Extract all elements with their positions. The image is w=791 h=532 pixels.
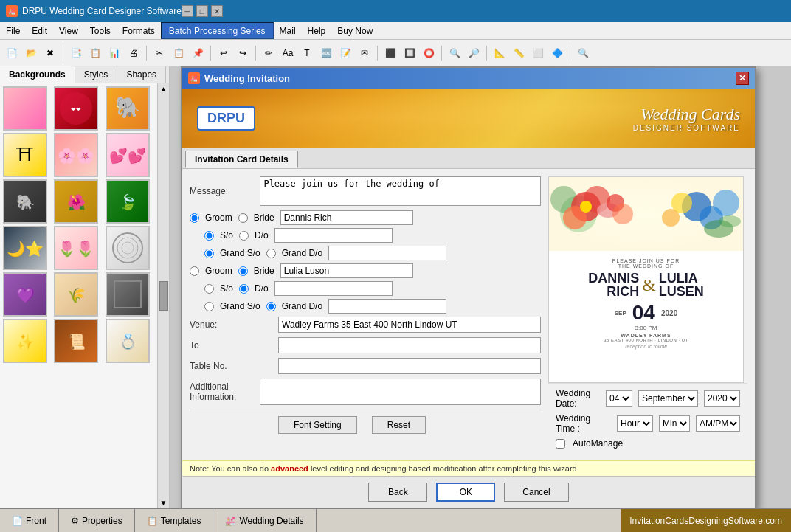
thumbnail-11[interactable]: 🌷🌷	[54, 226, 98, 270]
toolbar-btn-6[interactable]: 📋	[170, 44, 187, 62]
ok-button[interactable]: OK	[436, 483, 495, 502]
menu-file[interactable]: File	[0, 22, 26, 39]
toolbar-btn-22[interactable]: 📏	[510, 44, 528, 62]
thumbnail-5[interactable]: 🌸🌸	[54, 133, 98, 177]
groom-name-input[interactable]	[280, 210, 413, 225]
thumbnail-1[interactable]	[3, 86, 47, 131]
toolbar-btn-2[interactable]: 📋	[86, 44, 104, 62]
so-radio-1[interactable]	[204, 231, 214, 241]
do-radio-2[interactable]	[239, 284, 249, 294]
font-setting-button[interactable]: Font Setting	[278, 416, 357, 434]
bride-name-input[interactable]	[280, 263, 413, 278]
groom-radio[interactable]	[190, 213, 199, 223]
bride-radio-2[interactable]	[238, 266, 248, 276]
toolbar-btn-11[interactable]: Aa	[279, 44, 297, 62]
reset-button[interactable]: Reset	[372, 416, 426, 434]
menu-edit[interactable]: Edit	[26, 22, 53, 39]
scroll-down[interactable]: ▼	[160, 499, 167, 507]
menu-view[interactable]: View	[53, 22, 84, 39]
message-textarea[interactable]: Please join us for the wedding of	[260, 176, 541, 206]
thumbnail-6[interactable]: 💕💕	[106, 133, 150, 177]
window-controls[interactable]: ─ □ ✕	[182, 5, 223, 17]
groom-radio-2[interactable]	[190, 266, 199, 276]
thumbnail-13[interactable]: 💜	[3, 272, 47, 317]
thumbnail-10[interactable]: 🌙⭐	[3, 226, 47, 270]
toolbar-save[interactable]: ✖	[41, 44, 59, 62]
toolbar-btn-13[interactable]: 🔤	[317, 44, 335, 62]
ampm-select[interactable]: AM/PM	[696, 415, 740, 432]
status-tab-templates[interactable]: 📋 Templates	[135, 509, 214, 532]
minimize-button[interactable]: ─	[182, 5, 193, 17]
grand-so-radio-1[interactable]	[204, 249, 214, 258]
menu-help[interactable]: Help	[302, 22, 332, 39]
toolbar-zoom[interactable]: 🔍	[574, 44, 592, 62]
min-select[interactable]: Min	[659, 415, 690, 432]
back-button[interactable]: Back	[368, 483, 427, 502]
toolbar-btn-17[interactable]: 🔲	[401, 44, 418, 62]
toolbar-btn-18[interactable]: ⭕	[420, 44, 438, 62]
thumbnail-3[interactable]: 🐘	[106, 86, 150, 131]
day-select[interactable]: 04	[606, 390, 632, 407]
thumbnail-4[interactable]: ⛩	[3, 133, 47, 177]
bride-radio-1[interactable]	[238, 213, 248, 223]
status-tab-front[interactable]: 📄 Front	[0, 509, 59, 532]
grand-input-2[interactable]	[328, 299, 446, 314]
toolbar-open[interactable]: 📂	[22, 44, 40, 62]
thumbnail-2[interactable]: ❤❤	[54, 86, 98, 131]
menu-batch-processing[interactable]: Batch Processing Series	[161, 22, 274, 39]
thumbnail-8[interactable]: 🌺	[54, 179, 98, 224]
toolbar-btn-23[interactable]: ⬜	[529, 44, 547, 62]
table-no-input[interactable]	[278, 358, 541, 374]
toolbar-new[interactable]: 📄	[3, 44, 21, 62]
do-input-2[interactable]	[274, 281, 393, 296]
so-input-1[interactable]	[274, 228, 393, 243]
thumbnail-7[interactable]: 🐘	[3, 179, 47, 224]
thumbnail-15[interactable]	[106, 272, 150, 317]
toolbar-btn-1[interactable]: 📑	[67, 44, 85, 62]
toolbar-btn-15[interactable]: ✉	[356, 44, 373, 62]
toolbar-btn-10[interactable]: ✏	[260, 44, 277, 62]
toolbar-btn-19[interactable]: 🔍	[446, 44, 463, 62]
grand-input-1[interactable]	[328, 246, 446, 260]
close-button[interactable]: ✕	[211, 5, 223, 17]
thumbnail-16[interactable]: ✨	[3, 319, 47, 363]
maximize-button[interactable]: □	[196, 5, 208, 17]
auto-manage-checkbox[interactable]	[556, 439, 565, 449]
do-radio-1[interactable]	[239, 231, 249, 241]
toolbar-btn-16[interactable]: ⬛	[381, 44, 399, 62]
to-input[interactable]	[278, 337, 541, 353]
tab-styles[interactable]: Styles	[75, 66, 118, 83]
scroll-up[interactable]: ▲	[160, 85, 167, 93]
toolbar-btn-5[interactable]: ✂	[151, 44, 168, 62]
grand-so-radio-2[interactable]	[204, 302, 214, 311]
grand-do-radio-2[interactable]	[266, 302, 276, 311]
toolbar-btn-24[interactable]: 🔷	[548, 44, 566, 62]
toolbar-btn-3[interactable]: 📊	[106, 44, 123, 62]
toolbar-btn-4[interactable]: 🖨	[125, 44, 142, 62]
thumbnail-12[interactable]	[106, 226, 150, 270]
additional-info-textarea[interactable]	[260, 379, 541, 405]
toolbar-btn-21[interactable]: 📐	[491, 44, 508, 62]
cancel-button[interactable]: Cancel	[504, 483, 568, 502]
thumbnail-18[interactable]: 💍	[106, 319, 150, 363]
year-select[interactable]: 2020	[704, 390, 740, 407]
tab-backgrounds[interactable]: Backgrounds	[0, 66, 75, 83]
month-select[interactable]: September	[638, 390, 698, 407]
scroll-thumb[interactable]	[159, 281, 168, 311]
so-radio-2[interactable]	[204, 284, 214, 294]
status-tab-properties[interactable]: ⚙ Properties	[59, 509, 135, 532]
status-tab-wedding-details[interactable]: 💒 Wedding Details	[213, 509, 316, 532]
menu-buy-now[interactable]: Buy Now	[331, 22, 379, 39]
menu-formats[interactable]: Formats	[117, 22, 161, 39]
thumbnail-14[interactable]: 🌾	[54, 272, 98, 317]
grand-do-radio-1[interactable]	[266, 249, 276, 258]
toolbar-btn-7[interactable]: 📌	[189, 44, 207, 62]
menu-mail[interactable]: Mail	[274, 22, 302, 39]
tab-shapes[interactable]: Shapes	[117, 66, 166, 83]
thumbnail-9[interactable]: 🍃	[106, 179, 150, 224]
toolbar-btn-14[interactable]: 📝	[336, 44, 354, 62]
hour-select[interactable]: Hour	[617, 415, 653, 432]
thumbnail-17[interactable]: 📜	[54, 319, 98, 363]
toolbar-btn-9[interactable]: ↪	[234, 44, 252, 62]
dialog-close-button[interactable]: ✕	[736, 72, 749, 85]
